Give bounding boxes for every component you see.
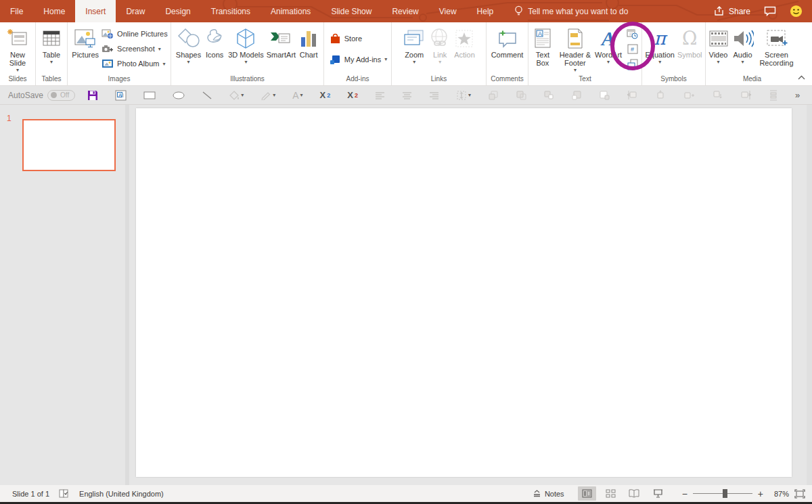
font-color-button[interactable]: A ▾ — [292, 90, 302, 101]
screenshot-button[interactable]: Screenshot ▾ — [102, 42, 168, 56]
subscript-button[interactable]: X2 — [320, 90, 331, 100]
align-right-button[interactable] — [429, 91, 439, 99]
format-text-box-button[interactable]: A — [115, 90, 127, 101]
video-label: Video — [709, 51, 728, 59]
comment-button[interactable]: Comment — [490, 24, 525, 74]
line-shape-button[interactable] — [202, 91, 212, 100]
notes-button[interactable]: Notes — [533, 490, 564, 498]
fit-slide-to-window-icon[interactable] — [794, 489, 805, 499]
slide-1-thumbnail[interactable] — [22, 119, 116, 171]
distribute-down-button[interactable] — [712, 90, 723, 100]
tab-review[interactable]: Review — [382, 0, 428, 22]
bring-to-front-button[interactable] — [571, 90, 582, 100]
distribute-vertically-button[interactable] — [769, 90, 778, 101]
align-objects-middle-button[interactable] — [655, 90, 667, 100]
line-icon — [202, 91, 212, 100]
feedback-smiley-icon[interactable] — [790, 5, 803, 18]
tab-slide-show[interactable]: Slide Show — [321, 0, 382, 22]
tab-help[interactable]: Help — [467, 0, 504, 22]
wordart-button[interactable]: A WordArt ▾ — [593, 24, 623, 74]
dropdown-caret: ▾ — [187, 60, 189, 65]
tab-file[interactable]: File — [0, 0, 33, 22]
tab-draw[interactable]: Draw — [116, 0, 155, 22]
send-to-back-button[interactable] — [599, 90, 610, 100]
shape-outline-button[interactable]: ▾ — [261, 91, 275, 100]
shapes-button[interactable]: Shapes ▾ — [175, 24, 202, 74]
my-addins-button[interactable]: My Add-ins ▾ — [330, 52, 387, 66]
dropdown-caret: ▾ — [384, 57, 387, 62]
save-button[interactable] — [87, 90, 98, 101]
more-commands-button[interactable]: » — [795, 90, 804, 100]
insert-object-button[interactable] — [626, 59, 639, 71]
autosave-toggle[interactable]: Off — [47, 90, 75, 101]
vertical-scrollbar[interactable] — [807, 105, 812, 485]
zoom-in-button[interactable]: + — [758, 488, 763, 499]
wordart-label: WordArt — [595, 51, 622, 59]
tab-design[interactable]: Design — [155, 0, 200, 22]
zoom-out-button[interactable]: − — [682, 488, 687, 499]
screen-recording-button[interactable]: Screen Recording — [755, 24, 798, 74]
collapse-ribbon-button[interactable] — [798, 70, 805, 83]
3d-models-button[interactable]: 3D Models ▾ — [227, 24, 265, 74]
tab-home[interactable]: Home — [33, 0, 75, 22]
pictures-button[interactable]: Pictures — [70, 24, 100, 74]
reading-view-button[interactable] — [625, 486, 644, 501]
comments-pane-icon[interactable] — [764, 6, 776, 16]
normal-view-button[interactable] — [578, 486, 596, 501]
icons-icon — [204, 26, 225, 51]
group-text: A Text Box Header & Footer ▾ — [528, 22, 642, 85]
header-footer-button[interactable]: Header & Footer ▾ — [557, 24, 593, 74]
oval-shape-button[interactable] — [173, 91, 185, 99]
align-center-button[interactable] — [402, 91, 412, 99]
zoom-slider-handle[interactable] — [723, 489, 727, 498]
align-objects-right-button[interactable] — [740, 90, 752, 100]
tab-insert[interactable]: Insert — [75, 0, 116, 22]
send-backward-button[interactable] — [516, 90, 526, 100]
align-objects-center-button[interactable] — [683, 90, 695, 100]
photo-album-button[interactable]: Photo Album ▾ — [102, 57, 168, 71]
spell-check-icon[interactable] — [59, 489, 70, 499]
tell-me-box[interactable]: Tell me what you want to do — [514, 0, 628, 22]
language-button[interactable]: English (United Kingdom) — [79, 490, 164, 498]
bring-forward-button[interactable] — [488, 90, 499, 100]
align-objects-left-button[interactable] — [627, 90, 638, 100]
insert-slide-number-button[interactable]: # — [626, 43, 639, 55]
new-slide-button[interactable]: New Slide ▾ — [0, 24, 35, 74]
smartart-button[interactable]: SmartArt — [265, 24, 297, 74]
slide-editing-area[interactable] — [136, 108, 792, 477]
text-box-label: Text Box — [530, 51, 556, 67]
date-and-time-button[interactable] — [626, 28, 639, 40]
slide-sorter-view-button[interactable] — [602, 486, 620, 501]
icons-button[interactable]: Icons — [202, 24, 227, 74]
equation-button[interactable]: π Equation ▾ — [644, 24, 675, 74]
chart-label: Chart — [300, 51, 318, 59]
group-objects-button[interactable] — [543, 90, 554, 100]
table-icon — [41, 26, 62, 51]
group-label-slides: Slides — [0, 74, 35, 85]
table-button[interactable]: Table ▾ — [40, 24, 63, 74]
shape-fill-button[interactable]: ▾ — [229, 91, 244, 100]
align-left-button[interactable] — [375, 91, 385, 99]
panel-scrollbar[interactable] — [125, 105, 129, 485]
rectangle-shape-button[interactable] — [143, 91, 156, 99]
audio-button[interactable]: Audio ▾ — [731, 24, 755, 74]
zoom-button[interactable]: Zoom ▾ — [401, 24, 427, 74]
zoom-slider[interactable] — [693, 493, 752, 494]
link-label: Link — [433, 51, 447, 59]
store-button[interactable]: Store — [330, 31, 387, 45]
tab-view[interactable]: View — [429, 0, 467, 22]
video-button[interactable]: Video ▾ — [706, 24, 731, 74]
tab-animations[interactable]: Animations — [261, 0, 321, 22]
superscript-button[interactable]: X2 — [347, 90, 358, 100]
tab-transitions[interactable]: Transitions — [201, 0, 261, 22]
share-button[interactable]: Share — [714, 6, 750, 16]
slideshow-view-button[interactable] — [649, 486, 667, 501]
store-icon — [330, 33, 341, 44]
resize-object-button[interactable]: ▾ — [456, 90, 471, 101]
status-bar: Slide 1 of 1 English (United Kingdom) No… — [0, 485, 812, 502]
online-pictures-button[interactable]: Online Pictures — [102, 27, 168, 41]
header-footer-icon — [566, 26, 584, 51]
zoom-percentage[interactable]: 87% — [769, 490, 789, 498]
chart-button[interactable]: Chart — [297, 24, 320, 74]
text-box-button[interactable]: A Text Box — [528, 24, 557, 74]
